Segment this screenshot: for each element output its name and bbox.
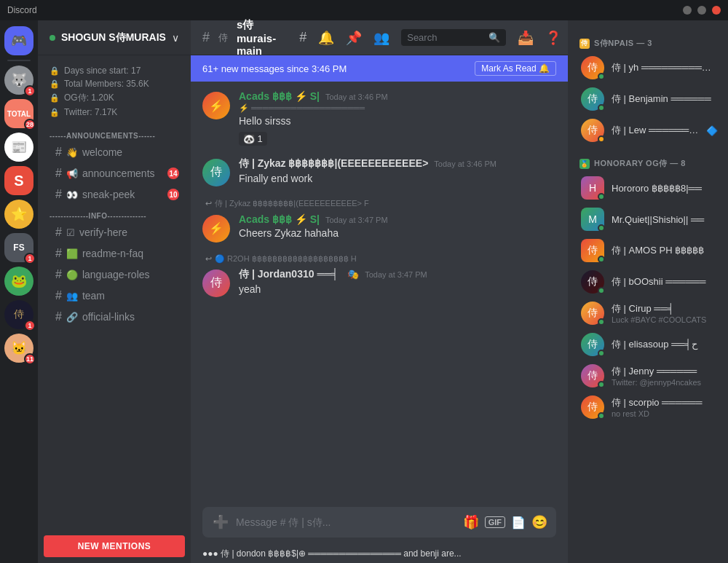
- status-indicator: [598, 224, 605, 232]
- pin-icon[interactable]: 📌: [346, 30, 362, 46]
- lock-icon-4: 🔒: [50, 108, 60, 117]
- channel-badge: 10: [167, 189, 179, 200]
- close-button[interactable]: ×: [712, 6, 721, 15]
- avatar: 侍: [202, 269, 230, 297]
- message-reaction[interactable]: 🐼 1: [239, 132, 267, 146]
- member-item-yh[interactable]: 侍 侍 | yh ══════════════: [572, 52, 724, 83]
- category-announcements[interactable]: ------ANNOUNCEMENTS------: [38, 129, 191, 141]
- server-icon-cat[interactable]: 🐱11: [4, 334, 33, 363]
- channel-emoji: 📢: [66, 168, 78, 179]
- server-icon-shogun[interactable]: 侍1: [4, 300, 33, 329]
- channel-emoji: 👀: [66, 189, 78, 200]
- member-info: 侍 | Benjamin ══════: [612, 92, 718, 106]
- avatar: 侍: [581, 56, 604, 79]
- channel-name: verify-here: [79, 227, 127, 238]
- table-row: ⚡ Acads ฿฿฿ ⚡ S| Today at 3:46 PM ⚡ ════…: [191, 87, 568, 149]
- add-attachment-button[interactable]: ➕: [211, 513, 230, 532]
- channel-official-links[interactable]: # 🔗 official-links: [44, 307, 185, 327]
- lock-icon-3: 🔒: [50, 93, 60, 103]
- member-item-horororo[interactable]: H Horororo ฿฿฿฿฿8|══: [572, 173, 724, 203]
- member-item-booshii[interactable]: 侍 侍 | bOOshii ══════: [572, 267, 724, 297]
- server-status-dot: [50, 35, 55, 41]
- server-icon-star[interactable]: ⭐: [4, 200, 33, 229]
- help-icon[interactable]: ❓: [545, 30, 561, 46]
- server-icon-f5[interactable]: FS1: [4, 233, 33, 262]
- message-author: 侍 | Zykaz ฿฿฿฿฿฿฿|(EEEEEEEEEEEE> Today a…: [239, 157, 556, 170]
- window-chrome: Discord ─ □ ×: [0, 0, 728, 20]
- hash-icon: #: [55, 146, 62, 159]
- channel-emoji: 🟢: [66, 269, 78, 280]
- category-info[interactable]: --------------INFO--------------: [38, 209, 191, 221]
- avatar: ⚡: [202, 215, 230, 243]
- member-name: 侍 | Benjamin ══════: [612, 92, 718, 106]
- avatar: H: [581, 176, 604, 200]
- avatar: 侍: [202, 159, 230, 186]
- messages-area: 61+ new messages since 3:46 PM Mark As R…: [191, 55, 568, 501]
- sticker-icon[interactable]: 📄: [511, 516, 526, 529]
- server-icon-s[interactable]: S: [4, 166, 33, 195]
- new-messages-bar: 61+ new messages since 3:46 PM Mark As R…: [191, 55, 568, 82]
- message-input-area: ➕ 🎁 GIF 📄 😊: [191, 501, 568, 546]
- avatar: M: [581, 208, 604, 231]
- server-icon-news[interactable]: 📰: [4, 133, 33, 162]
- maximize-button[interactable]: □: [697, 6, 706, 15]
- minimize-button[interactable]: ─: [683, 6, 692, 15]
- member-info: 侍 | yh ══════════════: [612, 61, 718, 74]
- member-item-cirup[interactable]: 侍 侍 | Cirup ══╡ Luck #BAYC #COOLCATS: [572, 298, 724, 328]
- message-content: 侍 | Zykaz ฿฿฿฿฿฿฿|(EEEEEEEEEEEE> Today a…: [239, 157, 556, 186]
- member-item-scorpio[interactable]: 侍 侍 | scorpio ══════ no rest XD: [572, 392, 724, 422]
- channel-sidebar: SHOGUN S侍MURAIS ∨ 🔒 Days since start: 17…: [38, 20, 191, 563]
- member-info: Mr.Quiet||Shishio|| ══: [612, 214, 718, 225]
- channel-language-roles[interactable]: # 🟢 language-roles: [44, 264, 185, 285]
- stat-days-label: Days since start: 17: [64, 66, 141, 76]
- member-item-lew[interactable]: 侍 侍 | Lew ══════════ 🔷: [572, 115, 724, 146]
- channel-announcements[interactable]: # 📢 announcements 14: [44, 163, 185, 184]
- server-header[interactable]: SHOGUN S侍MURAIS ∨: [38, 20, 191, 55]
- gif-button[interactable]: GIF: [485, 516, 505, 528]
- members-icon[interactable]: 👥: [373, 30, 389, 46]
- channel-header-name: s侍murais-main: [237, 18, 276, 57]
- message-text: yeah: [239, 283, 556, 297]
- server-icon-pepe[interactable]: 🐸: [4, 267, 33, 296]
- search-bar[interactable]: 🔍: [401, 29, 506, 46]
- prev-message-preview: ⚡ ════════════════════: [239, 103, 556, 113]
- member-item-mrquiet[interactable]: M Mr.Quiet||Shishio|| ══: [572, 204, 724, 235]
- avatar: 侍: [581, 119, 604, 142]
- channel-sneak-peek[interactable]: # 👀 sneak-peek 10: [44, 184, 185, 205]
- message-time: Today at 3:47 PM: [365, 270, 427, 279]
- search-input[interactable]: [407, 32, 484, 43]
- avatar: 侍: [581, 87, 604, 111]
- hash-icon: #: [55, 310, 62, 323]
- hashtag-icon[interactable]: #: [299, 30, 306, 45]
- inbox-icon[interactable]: 📥: [518, 30, 534, 46]
- author-name: 侍 | Zykaz ฿฿฿฿฿฿฿|(EEEEEEEEEEEE>: [239, 157, 428, 170]
- channel-team[interactable]: # 👥 team: [44, 286, 185, 306]
- stat-members: 🔒 Total Members: 35.6K: [50, 77, 179, 90]
- lock-icon-1: 🔒: [50, 66, 60, 76]
- mark-as-read-button[interactable]: Mark As Read 🔔: [475, 61, 556, 76]
- server-dropdown-icon[interactable]: ∨: [172, 32, 179, 44]
- member-item-jenny[interactable]: 侍 侍 | Jenny ══════ Twitter: @jennyp4ncak…: [572, 361, 724, 391]
- status-indicator: [598, 193, 605, 200]
- server-stats: 🔒 Days since start: 17 🔒 Total Members: …: [38, 61, 191, 125]
- server-icon-discord[interactable]: 🎮: [4, 26, 33, 55]
- message-input[interactable]: [236, 516, 457, 528]
- member-item-amos[interactable]: 侍 侍 | AMOS PH ฿฿฿฿฿: [572, 235, 724, 266]
- member-item-elisasoup[interactable]: 侍 侍 | elisasoup ══╡ح: [572, 329, 724, 360]
- channel-verify-here[interactable]: # ☑ verify-here: [44, 222, 185, 243]
- server-icon-totals[interactable]: TOTAL28: [4, 99, 33, 128]
- message-author: 侍 | Jordan0310 ══╡ 🎭 Today at 3:47 PM: [239, 268, 556, 281]
- member-info: Horororo ฿฿฿฿฿8|══: [612, 183, 718, 194]
- member-item-benjamin[interactable]: 侍 侍 | Benjamin ══════: [572, 84, 724, 114]
- avatar: ⚡: [202, 92, 230, 119]
- member-name: 侍 | yh ══════════════: [612, 61, 718, 74]
- emoji-icon[interactable]: 😊: [531, 514, 547, 530]
- channel-badge: 14: [167, 168, 179, 179]
- new-mentions-button[interactable]: NEW MENTIONS: [44, 535, 185, 557]
- channel-readme-n-faq[interactable]: # 🟩 readme-n-faq: [44, 243, 185, 264]
- gift-icon[interactable]: 🎁: [463, 514, 479, 530]
- channel-welcome[interactable]: # 👋 welcome: [44, 142, 185, 162]
- lock-icon-2: 🔒: [50, 79, 60, 89]
- server-icon-wolf[interactable]: 🐺1: [4, 66, 33, 95]
- bell-icon[interactable]: 🔔: [318, 30, 334, 46]
